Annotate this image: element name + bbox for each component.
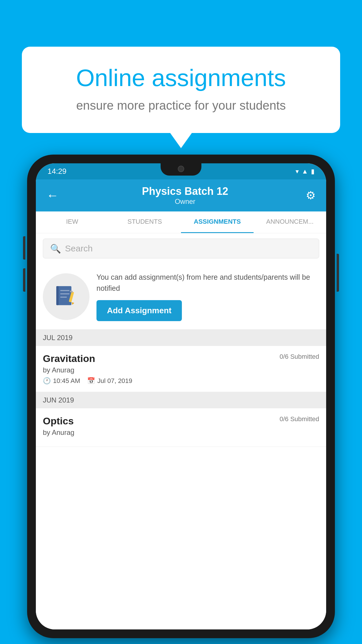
status-icons: ▾ ▲ ▮ (296, 168, 314, 175)
bubble-subtitle: ensure more practice for your students (42, 99, 320, 113)
assignment-item-optics[interactable]: Optics 0/6 Submitted by Anurag (36, 408, 326, 447)
app-header: ← Physics Batch 12 Owner ⚙ (36, 179, 326, 211)
search-icon: 🔍 (50, 244, 61, 254)
notebook-icon (53, 284, 79, 310)
section-header-jun-2019: JUN 2019 (36, 392, 326, 408)
header-subtitle: Owner (64, 197, 306, 206)
section-header-jul-2019: JUL 2019 (36, 330, 326, 346)
svg-marker-6 (71, 302, 74, 305)
assignment-top-row: Gravitation 0/6 Submitted (43, 353, 319, 364)
assignment-title: Gravitation (43, 353, 95, 364)
assignment-date: 📅 Jul 07, 2019 (87, 377, 132, 385)
assignment-meta: 🕐 10:45 AM 📅 Jul 07, 2019 (43, 377, 319, 385)
speech-bubble-container: Online assignments ensure more practice … (22, 47, 340, 133)
signal-icon: ▲ (302, 168, 308, 175)
tab-assignments[interactable]: ASSIGNMENTS (181, 211, 254, 233)
assignment-by-optics: by Anurag (43, 428, 319, 437)
clock-icon: 🕐 (43, 377, 51, 385)
add-assignment-button[interactable]: Add Assignment (96, 300, 182, 321)
add-assignment-section: You can add assignment(s) from here and … (36, 264, 326, 330)
assignment-submitted-optics: 0/6 Submitted (280, 415, 319, 423)
front-camera (178, 166, 184, 172)
bubble-title: Online assignments (42, 64, 320, 92)
assignment-title-optics: Optics (43, 415, 74, 427)
back-button[interactable]: ← (46, 188, 59, 202)
svg-rect-1 (56, 286, 59, 305)
notebook-icon-circle (43, 273, 89, 320)
assignment-time: 🕐 10:45 AM (43, 377, 80, 385)
add-assignment-right: You can add assignment(s) from here and … (96, 272, 319, 321)
battery-icon: ▮ (311, 168, 314, 175)
phone-screen: 14:29 ▾ ▲ ▮ ← Physics Batch 12 Owner ⚙ (36, 163, 326, 629)
search-placeholder: Search (65, 244, 93, 253)
speech-bubble: Online assignments ensure more practice … (22, 47, 340, 133)
assignment-top-row-optics: Optics 0/6 Submitted (43, 415, 319, 427)
assignment-item-gravitation[interactable]: Gravitation 0/6 Submitted by Anurag 🕐 10… (36, 346, 326, 392)
settings-button[interactable]: ⚙ (306, 189, 316, 202)
assignment-by: by Anurag (43, 366, 319, 374)
status-time: 14:29 (48, 167, 66, 176)
header-title-block: Physics Batch 12 Owner (64, 185, 306, 206)
tab-announcements[interactable]: ANNOUNCEM... (254, 211, 326, 233)
volume-down-button (23, 268, 25, 292)
calendar-icon: 📅 (87, 377, 95, 385)
assignment-submitted-count: 0/6 Submitted (280, 353, 319, 360)
tab-students[interactable]: STUDENTS (108, 211, 181, 233)
phone-mockup: 14:29 ▾ ▲ ▮ ← Physics Batch 12 Owner ⚙ (27, 155, 335, 638)
search-bar-wrap: 🔍 Search (36, 233, 326, 264)
search-bar[interactable]: 🔍 Search (43, 239, 319, 258)
phone-outer: 14:29 ▾ ▲ ▮ ← Physics Batch 12 Owner ⚙ (27, 155, 335, 638)
svg-rect-4 (60, 297, 67, 298)
svg-rect-3 (60, 293, 70, 294)
header-title: Physics Batch 12 (64, 185, 306, 197)
tab-iew[interactable]: IEW (36, 211, 108, 233)
phone-notch (161, 163, 201, 176)
volume-up-button (23, 236, 25, 260)
power-button (337, 254, 339, 292)
wifi-icon: ▾ (296, 168, 299, 175)
add-assignment-description: You can add assignment(s) from here and … (96, 272, 319, 294)
tabs-bar: IEW STUDENTS ASSIGNMENTS ANNOUNCEM... (36, 211, 326, 233)
screen-content: 🔍 Search (36, 233, 326, 629)
svg-rect-2 (60, 290, 70, 291)
